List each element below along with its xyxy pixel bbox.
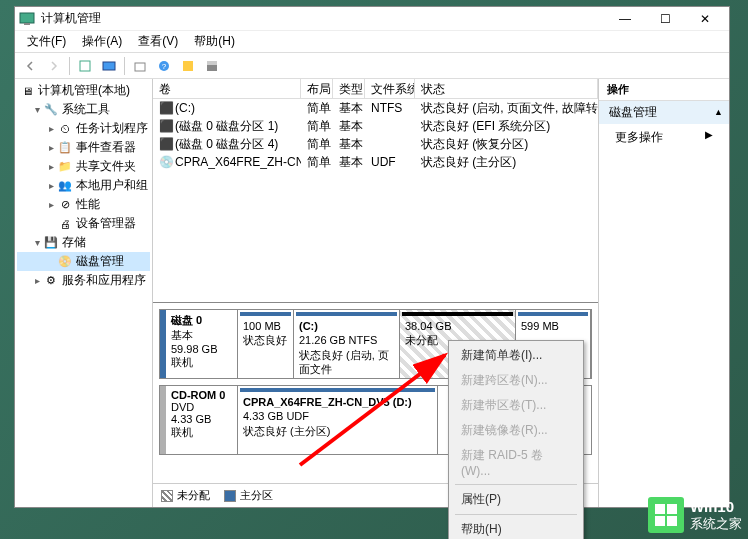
expand-toggle[interactable]: ▸ <box>45 180 57 191</box>
expand-toggle[interactable]: ▸ <box>31 275 43 286</box>
computer-management-window: 计算机管理 — ☐ ✕ 文件(F) 操作(A) 查看(V) 帮助(H) ? 🖥 … <box>14 6 730 508</box>
tree-system-tools[interactable]: ▾ 🔧 系统工具 <box>17 100 150 119</box>
app-icon <box>19 11 35 27</box>
expand-toggle[interactable]: ▸ <box>45 199 57 210</box>
expand-toggle[interactable]: ▸ <box>45 123 57 134</box>
close-button[interactable]: ✕ <box>685 8 725 30</box>
window-title: 计算机管理 <box>41 10 605 27</box>
tree-device-manager[interactable]: 🖨 设备管理器 <box>17 214 150 233</box>
context-menu-separator <box>455 514 577 515</box>
col-volume[interactable]: 卷 <box>153 79 301 98</box>
actions-panel: 操作 磁盘管理 ▲ 更多操作 ▶ <box>599 79 729 507</box>
volume-icon: ⬛ <box>159 137 173 151</box>
tree-local-users[interactable]: ▸ 👥 本地用户和组 <box>17 176 150 195</box>
col-layout[interactable]: 布局 <box>301 79 333 98</box>
partition-efi[interactable]: 100 MB 状态良好 <box>238 310 294 378</box>
tree-performance[interactable]: ▸ ⊘ 性能 <box>17 195 150 214</box>
back-button[interactable] <box>19 55 41 77</box>
expand-toggle[interactable]: ▸ <box>45 161 57 172</box>
toolbar: ? <box>15 53 729 79</box>
disk-icon: 📀 <box>57 254 73 270</box>
maximize-button[interactable]: ☐ <box>645 8 685 30</box>
context-menu: 新建简单卷(I)... 新建跨区卷(N)... 新建带区卷(T)... 新建镜像… <box>448 340 584 539</box>
svg-rect-2 <box>80 61 90 71</box>
menu-view[interactable]: 查看(V) <box>130 31 186 52</box>
col-filesystem[interactable]: 文件系统 <box>365 79 415 98</box>
tree-root[interactable]: 🖥 计算机管理(本地) <box>17 81 150 100</box>
refresh-button[interactable] <box>98 55 120 77</box>
window-controls: — ☐ ✕ <box>605 8 725 30</box>
ctx-new-mirrored-volume: 新建镜像卷(R)... <box>451 418 581 443</box>
actions-header: 操作 <box>599 79 729 101</box>
minimize-button[interactable]: — <box>605 8 645 30</box>
svg-rect-12 <box>667 504 677 514</box>
services-icon: ⚙ <box>43 273 59 289</box>
toolbar-icon-2[interactable] <box>129 55 151 77</box>
tree-task-scheduler[interactable]: ▸ ⏲ 任务计划程序 <box>17 119 150 138</box>
col-status[interactable]: 状态 <box>415 79 598 98</box>
menu-action[interactable]: 操作(A) <box>74 31 130 52</box>
col-type[interactable]: 类型 <box>333 79 365 98</box>
volume-row[interactable]: ⬛(磁盘 0 磁盘分区 4) 简单 基本 状态良好 (恢复分区) <box>153 135 598 153</box>
volume-row[interactable]: ⬛(C:) 简单 基本 NTFS 状态良好 (启动, 页面文件, 故障转储, 基… <box>153 99 598 117</box>
svg-rect-7 <box>183 61 193 71</box>
help-button[interactable]: ? <box>153 55 175 77</box>
caret-up-icon: ▲ <box>714 107 723 117</box>
tree-label: 本地用户和组 <box>76 177 148 194</box>
tree-services-apps[interactable]: ▸ ⚙ 服务和应用程序 <box>17 271 150 290</box>
tree-label: 服务和应用程序 <box>62 272 146 289</box>
forward-button[interactable] <box>43 55 65 77</box>
partition-dvd[interactable]: CPRA_X64FRE_ZH-CN_DV5 (D:) 4.33 GB UDF 状… <box>238 386 438 454</box>
performance-icon: ⊘ <box>57 197 73 213</box>
tree-storage[interactable]: ▾ 💾 存储 <box>17 233 150 252</box>
menu-help[interactable]: 帮助(H) <box>186 31 243 52</box>
tree-shared-folders[interactable]: ▸ 📁 共享文件夹 <box>17 157 150 176</box>
ctx-help[interactable]: 帮助(H) <box>451 517 581 539</box>
folder-icon: 📁 <box>57 159 73 175</box>
expand-toggle[interactable]: ▾ <box>31 237 43 248</box>
svg-rect-8 <box>207 65 217 71</box>
ctx-new-simple-volume[interactable]: 新建简单卷(I)... <box>451 343 581 368</box>
body-area: 🖥 计算机管理(本地) ▾ 🔧 系统工具 ▸ ⏲ 任务计划程序 ▸ 📋 事件查看… <box>15 79 729 507</box>
navigation-tree[interactable]: 🖥 计算机管理(本地) ▾ 🔧 系统工具 ▸ ⏲ 任务计划程序 ▸ 📋 事件查看… <box>15 79 153 507</box>
cd-icon: 💿 <box>159 155 173 169</box>
tree-label: 存储 <box>62 234 86 251</box>
tree-label: 系统工具 <box>62 101 110 118</box>
ctx-properties[interactable]: 属性(P) <box>451 487 581 512</box>
actions-more[interactable]: 更多操作 ▶ <box>599 124 729 151</box>
storage-icon: 💾 <box>43 235 59 251</box>
tree-label: 任务计划程序 <box>76 120 148 137</box>
menu-file[interactable]: 文件(F) <box>19 31 74 52</box>
computer-icon: 🖥 <box>19 83 35 99</box>
tree-label: 事件查看器 <box>76 139 136 156</box>
event-icon: 📋 <box>57 140 73 156</box>
expand-toggle[interactable]: ▾ <box>31 104 43 115</box>
svg-rect-11 <box>655 504 665 514</box>
svg-rect-1 <box>24 23 30 25</box>
tree-root-label: 计算机管理(本地) <box>38 82 130 99</box>
svg-rect-9 <box>207 61 217 65</box>
toolbar-icon-3[interactable] <box>177 55 199 77</box>
volume-row[interactable]: ⬛(磁盘 0 磁盘分区 1) 简单 基本 状态良好 (EFI 系统分区) <box>153 117 598 135</box>
chevron-right-icon: ▶ <box>705 129 713 140</box>
toolbar-icon-4[interactable] <box>201 55 223 77</box>
volume-row[interactable]: 💿CPRA_X64FRE_ZH-CN_DV5 (D:) 简单 基本 UDF 状态… <box>153 153 598 171</box>
device-icon: 🖨 <box>57 216 73 232</box>
disk-0-label[interactable]: 磁盘 0 基本 59.98 GB 联机 <box>160 310 238 378</box>
toolbar-icon-1[interactable] <box>74 55 96 77</box>
tree-disk-management[interactable]: 📀 磁盘管理 <box>17 252 150 271</box>
volume-list[interactable]: 卷 布局 类型 文件系统 状态 ⬛(C:) 简单 基本 NTFS 状态良好 (启… <box>153 79 598 303</box>
ctx-new-raid5-volume: 新建 RAID-5 卷(W)... <box>451 443 581 482</box>
legend-primary: 主分区 <box>224 488 273 503</box>
tree-event-viewer[interactable]: ▸ 📋 事件查看器 <box>17 138 150 157</box>
actions-section-disk-mgmt[interactable]: 磁盘管理 ▲ <box>599 101 729 124</box>
svg-rect-4 <box>135 63 145 71</box>
partition-c[interactable]: (C:) 21.26 GB NTFS 状态良好 (启动, 页面文件 <box>294 310 400 378</box>
svg-rect-0 <box>20 13 34 23</box>
legend-unallocated: 未分配 <box>161 488 210 503</box>
expand-toggle[interactable]: ▸ <box>45 142 57 153</box>
ctx-new-spanned-volume: 新建跨区卷(N)... <box>451 368 581 393</box>
volume-list-header: 卷 布局 类型 文件系统 状态 <box>153 79 598 99</box>
titlebar: 计算机管理 — ☐ ✕ <box>15 7 729 31</box>
cdrom-0-label[interactable]: CD-ROM 0 DVD 4.33 GB 联机 <box>160 386 238 454</box>
